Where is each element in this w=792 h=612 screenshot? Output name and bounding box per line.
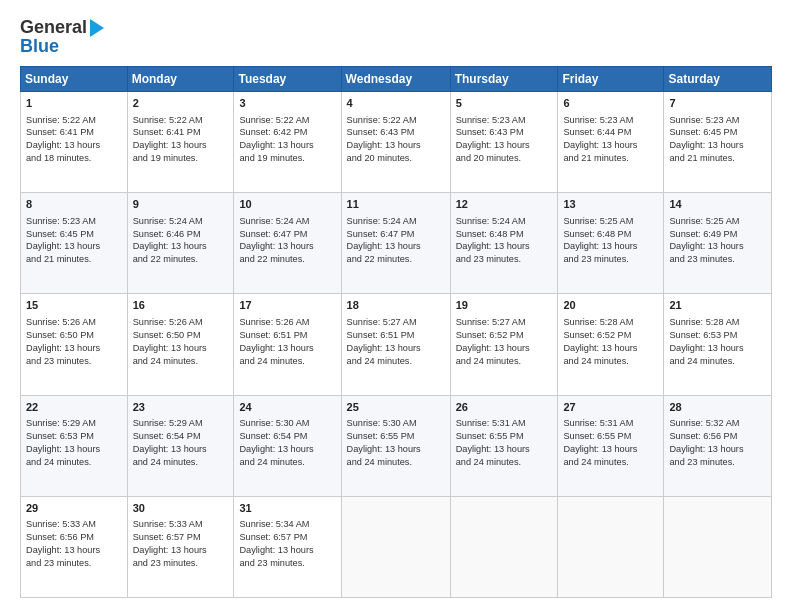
day-info: Sunrise: 5:34 AM xyxy=(239,518,335,531)
day-info: Daylight: 13 hours xyxy=(669,443,766,456)
day-info: Sunset: 6:45 PM xyxy=(669,126,766,139)
calendar-cell: 9Sunrise: 5:24 AMSunset: 6:46 PMDaylight… xyxy=(127,193,234,294)
svg-marker-0 xyxy=(90,19,104,37)
day-number: 7 xyxy=(669,96,766,111)
day-info: and 23 minutes. xyxy=(456,253,553,266)
day-number: 13 xyxy=(563,197,658,212)
day-info: and 24 minutes. xyxy=(456,355,553,368)
day-info: Sunset: 6:53 PM xyxy=(669,329,766,342)
calendar-cell: 21Sunrise: 5:28 AMSunset: 6:53 PMDayligh… xyxy=(664,294,772,395)
day-info: Sunrise: 5:24 AM xyxy=(133,215,229,228)
day-info: Daylight: 13 hours xyxy=(133,139,229,152)
day-info: Daylight: 13 hours xyxy=(669,139,766,152)
day-info: Sunset: 6:42 PM xyxy=(239,126,335,139)
day-info: Sunset: 6:41 PM xyxy=(26,126,122,139)
calendar-cell: 7Sunrise: 5:23 AMSunset: 6:45 PMDaylight… xyxy=(664,92,772,193)
day-info: Sunset: 6:43 PM xyxy=(456,126,553,139)
calendar-cell: 29Sunrise: 5:33 AMSunset: 6:56 PMDayligh… xyxy=(21,496,128,597)
calendar-cell: 23Sunrise: 5:29 AMSunset: 6:54 PMDayligh… xyxy=(127,395,234,496)
calendar-cell: 4Sunrise: 5:22 AMSunset: 6:43 PMDaylight… xyxy=(341,92,450,193)
day-info: Sunset: 6:57 PM xyxy=(239,531,335,544)
day-info: Daylight: 13 hours xyxy=(347,139,445,152)
day-info: Daylight: 13 hours xyxy=(239,342,335,355)
logo-blue: Blue xyxy=(20,37,112,56)
logo-general: General xyxy=(20,18,112,37)
day-info: Daylight: 13 hours xyxy=(563,139,658,152)
weekday-header-tuesday: Tuesday xyxy=(234,67,341,92)
day-info: Sunset: 6:46 PM xyxy=(133,228,229,241)
day-number: 25 xyxy=(347,400,445,415)
day-info: Sunrise: 5:33 AM xyxy=(26,518,122,531)
day-info: Sunset: 6:55 PM xyxy=(347,430,445,443)
day-info: Sunrise: 5:24 AM xyxy=(239,215,335,228)
day-info: Sunset: 6:47 PM xyxy=(347,228,445,241)
day-info: Daylight: 13 hours xyxy=(563,240,658,253)
day-info: Daylight: 13 hours xyxy=(239,544,335,557)
day-number: 27 xyxy=(563,400,658,415)
day-info: and 24 minutes. xyxy=(347,456,445,469)
day-info: and 20 minutes. xyxy=(347,152,445,165)
calendar-cell: 28Sunrise: 5:32 AMSunset: 6:56 PMDayligh… xyxy=(664,395,772,496)
day-info: Daylight: 13 hours xyxy=(669,342,766,355)
day-info: Daylight: 13 hours xyxy=(456,240,553,253)
day-number: 22 xyxy=(26,400,122,415)
calendar-cell xyxy=(450,496,558,597)
logo: General Blue xyxy=(20,18,112,56)
day-info: and 24 minutes. xyxy=(26,456,122,469)
day-info: and 24 minutes. xyxy=(133,456,229,469)
day-info: Sunrise: 5:26 AM xyxy=(26,316,122,329)
day-number: 10 xyxy=(239,197,335,212)
day-info: Sunset: 6:44 PM xyxy=(563,126,658,139)
day-info: Daylight: 13 hours xyxy=(347,240,445,253)
day-info: Daylight: 13 hours xyxy=(347,443,445,456)
calendar-cell: 19Sunrise: 5:27 AMSunset: 6:52 PMDayligh… xyxy=(450,294,558,395)
calendar-cell: 5Sunrise: 5:23 AMSunset: 6:43 PMDaylight… xyxy=(450,92,558,193)
day-info: Sunrise: 5:22 AM xyxy=(133,114,229,127)
day-number: 5 xyxy=(456,96,553,111)
calendar-cell: 31Sunrise: 5:34 AMSunset: 6:57 PMDayligh… xyxy=(234,496,341,597)
day-info: Sunrise: 5:31 AM xyxy=(456,417,553,430)
calendar-cell: 6Sunrise: 5:23 AMSunset: 6:44 PMDaylight… xyxy=(558,92,664,193)
day-number: 29 xyxy=(26,501,122,516)
day-info: Sunset: 6:50 PM xyxy=(133,329,229,342)
day-info: Sunrise: 5:24 AM xyxy=(456,215,553,228)
calendar-cell: 20Sunrise: 5:28 AMSunset: 6:52 PMDayligh… xyxy=(558,294,664,395)
day-number: 31 xyxy=(239,501,335,516)
calendar-cell: 30Sunrise: 5:33 AMSunset: 6:57 PMDayligh… xyxy=(127,496,234,597)
day-info: Sunset: 6:43 PM xyxy=(347,126,445,139)
day-info: Sunrise: 5:23 AM xyxy=(456,114,553,127)
day-info: Sunset: 6:48 PM xyxy=(563,228,658,241)
calendar-cell xyxy=(558,496,664,597)
day-info: Daylight: 13 hours xyxy=(669,240,766,253)
weekday-header-thursday: Thursday xyxy=(450,67,558,92)
day-info: Sunset: 6:53 PM xyxy=(26,430,122,443)
day-info: Sunset: 6:47 PM xyxy=(239,228,335,241)
day-info: Sunrise: 5:26 AM xyxy=(239,316,335,329)
calendar-cell: 15Sunrise: 5:26 AMSunset: 6:50 PMDayligh… xyxy=(21,294,128,395)
day-info: Sunset: 6:48 PM xyxy=(456,228,553,241)
day-number: 17 xyxy=(239,298,335,313)
day-number: 19 xyxy=(456,298,553,313)
day-number: 2 xyxy=(133,96,229,111)
day-info: Sunrise: 5:22 AM xyxy=(239,114,335,127)
weekday-header-wednesday: Wednesday xyxy=(341,67,450,92)
calendar-cell: 25Sunrise: 5:30 AMSunset: 6:55 PMDayligh… xyxy=(341,395,450,496)
day-info: Sunrise: 5:22 AM xyxy=(26,114,122,127)
day-info: Daylight: 13 hours xyxy=(563,443,658,456)
day-info: Daylight: 13 hours xyxy=(133,240,229,253)
day-number: 1 xyxy=(26,96,122,111)
day-number: 26 xyxy=(456,400,553,415)
day-info: Sunset: 6:51 PM xyxy=(347,329,445,342)
day-info: Daylight: 13 hours xyxy=(456,342,553,355)
day-info: Sunrise: 5:26 AM xyxy=(133,316,229,329)
day-info: Daylight: 13 hours xyxy=(26,240,122,253)
day-number: 24 xyxy=(239,400,335,415)
day-number: 9 xyxy=(133,197,229,212)
day-info: Sunset: 6:55 PM xyxy=(456,430,553,443)
day-info: and 18 minutes. xyxy=(26,152,122,165)
calendar-cell: 1Sunrise: 5:22 AMSunset: 6:41 PMDaylight… xyxy=(21,92,128,193)
day-info: Sunset: 6:54 PM xyxy=(133,430,229,443)
day-info: Daylight: 13 hours xyxy=(239,139,335,152)
day-number: 21 xyxy=(669,298,766,313)
weekday-header-monday: Monday xyxy=(127,67,234,92)
